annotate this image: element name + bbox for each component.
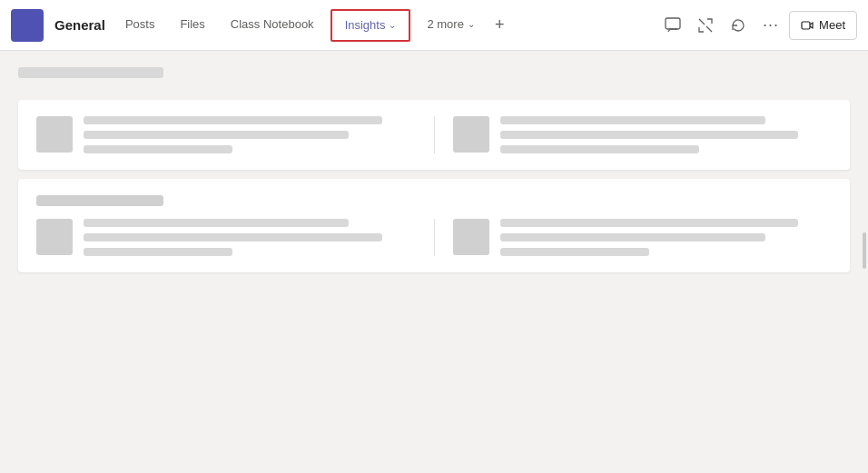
skeleton-line	[500, 219, 799, 227]
skeleton-line	[84, 233, 382, 241]
team-icon	[11, 9, 44, 42]
card-1-right	[434, 116, 833, 153]
chat-icon-button[interactable]	[658, 11, 687, 40]
meet-camera-icon	[801, 19, 814, 32]
skeleton-line	[500, 116, 765, 124]
card-2-title-skeleton	[36, 195, 163, 206]
skeleton-avatar-2	[453, 116, 489, 153]
tab-files[interactable]: Files	[167, 0, 217, 51]
skeleton-line	[84, 116, 382, 124]
svg-rect-0	[666, 18, 680, 29]
main-content	[0, 51, 868, 473]
skeleton-lines-4	[500, 219, 833, 256]
skeleton-line	[500, 145, 699, 153]
refresh-icon-button[interactable]	[724, 11, 753, 40]
skeleton-lines-2	[500, 116, 833, 153]
header-actions: ··· Meet	[658, 11, 857, 40]
skeleton-line	[84, 131, 349, 139]
card-1	[18, 100, 850, 170]
app-header: General Posts Files Class Notebook Insig…	[0, 0, 868, 51]
more-options-button[interactable]: ···	[756, 11, 785, 40]
expand-icon	[697, 17, 714, 34]
card-1-content	[36, 116, 832, 153]
top-skeleton-area	[18, 62, 850, 91]
skeleton-line	[500, 131, 799, 139]
top-skeleton-bar	[18, 67, 163, 78]
insights-chevron-icon: ⌄	[389, 20, 396, 30]
skeleton-line	[84, 219, 349, 227]
more-chevron-icon: ⌄	[468, 19, 475, 29]
expand-icon-button[interactable]	[691, 11, 720, 40]
skeleton-avatar-4	[453, 219, 489, 255]
card-2	[18, 179, 850, 272]
refresh-icon	[730, 17, 746, 34]
skeleton-line	[500, 248, 649, 256]
card-2-content	[36, 219, 832, 256]
scrollbar[interactable]	[863, 232, 866, 269]
channel-name: General	[54, 17, 105, 33]
card-2-left	[36, 219, 434, 256]
tab-class-notebook[interactable]: Class Notebook	[218, 0, 327, 51]
skeleton-line	[84, 248, 232, 256]
tab-more[interactable]: 2 more ⌄	[414, 0, 487, 51]
more-options-icon: ···	[763, 15, 779, 34]
tab-posts[interactable]: Posts	[113, 0, 168, 51]
meet-button[interactable]: Meet	[789, 11, 857, 40]
card-1-left	[36, 116, 434, 153]
card-2-right	[434, 219, 833, 256]
skeleton-line	[84, 145, 232, 153]
skeleton-lines-1	[84, 116, 416, 153]
skeleton-avatar-3	[36, 219, 73, 255]
svg-rect-1	[802, 22, 810, 29]
skeleton-avatar-1	[36, 116, 73, 153]
nav-tabs: Posts Files Class Notebook Insights ⌄ 2 …	[113, 0, 655, 51]
tab-insights[interactable]: Insights ⌄	[330, 9, 411, 42]
skeleton-line	[500, 233, 765, 241]
skeleton-lines-3	[84, 219, 416, 256]
chat-icon	[665, 17, 681, 34]
add-tab-button[interactable]: +	[488, 0, 512, 51]
